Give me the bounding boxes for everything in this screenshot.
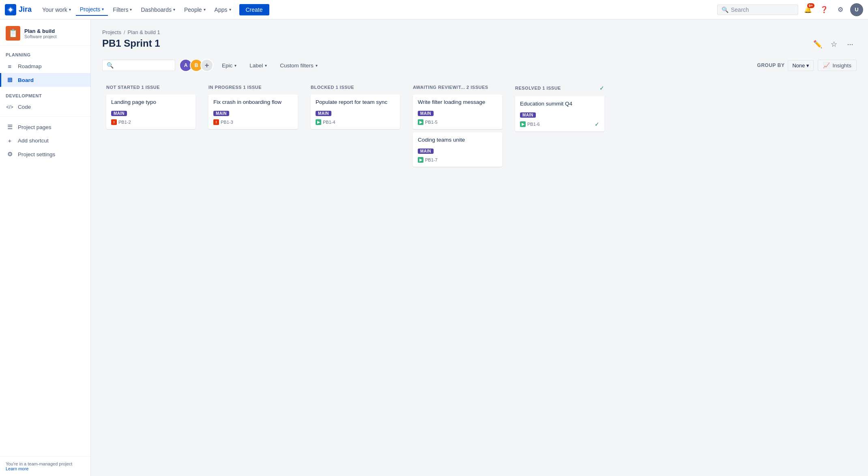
- breadcrumb: Projects / Plan & build 1: [102, 29, 857, 35]
- card-epic: MAIN: [418, 111, 434, 116]
- project-type: Software project: [24, 34, 56, 39]
- search-bar[interactable]: 🔍 Search: [717, 4, 798, 15]
- card-footer: ▶PB1-4: [316, 119, 395, 125]
- project-icon: 📋: [6, 26, 20, 41]
- card[interactable]: Write filter loading messageMAIN▶PB1-5: [413, 95, 502, 129]
- card-title: Populate report for team sync: [316, 99, 395, 106]
- breadcrumb-project[interactable]: Plan & build 1: [128, 29, 160, 35]
- card-id: !PB1-3: [213, 119, 233, 125]
- column-header: IN PROGRESS 1 ISSUE: [208, 85, 298, 90]
- user-avatar[interactable]: U: [850, 3, 863, 16]
- chevron-down-icon: ▾: [130, 7, 132, 12]
- resolved-check-icon: ✓: [595, 121, 599, 127]
- column-header: BLOCKED 1 ISSUE: [311, 85, 400, 90]
- jira-logo[interactable]: Jira: [5, 4, 32, 15]
- card-id: ▶PB1-6: [520, 121, 540, 127]
- chevron-down-icon: ▾: [204, 7, 206, 12]
- board-column-blocked: BLOCKED 1 ISSUEPopulate report for team …: [307, 80, 404, 202]
- issue-id: PB1-4: [323, 120, 335, 125]
- chevron-down-icon: ▾: [173, 7, 175, 12]
- column-title: BLOCKED 1 ISSUE: [311, 85, 354, 90]
- card-footer: !PB1-3: [213, 119, 293, 125]
- help-button[interactable]: ❓: [818, 3, 831, 16]
- notifications-button[interactable]: 🔔 9+: [801, 3, 814, 16]
- main-content: Projects / Plan & build 1 PB1 Sprint 1 ✏…: [91, 19, 868, 476]
- board-column-not-started: NOT STARTED 1 ISSUELanding page typoMAIN…: [102, 80, 200, 202]
- card-footer: ▶PB1-7: [418, 157, 497, 163]
- chevron-down-icon: ▾: [316, 63, 318, 68]
- issue-id: PB1-7: [425, 157, 438, 162]
- settings-icon: ⚙: [6, 151, 14, 158]
- card-title: Landing page typo: [111, 99, 191, 106]
- card-id: ▶PB1-5: [418, 119, 438, 125]
- card-id: ▶PB1-4: [316, 119, 335, 125]
- group-by-label: GROUP BY: [757, 62, 785, 68]
- jira-wordmark: Jira: [19, 5, 32, 14]
- nav-projects[interactable]: Projects ▾: [76, 4, 108, 16]
- bug-icon: !: [213, 119, 219, 125]
- column-header: AWAITING REVIEW/T... 2 ISSUES: [413, 85, 502, 90]
- sidebar: 📋 Plan & build Software project PLANNING…: [0, 19, 91, 476]
- nav-dashboards[interactable]: Dashboards ▾: [137, 4, 179, 15]
- edit-button[interactable]: ✏️: [811, 38, 824, 51]
- board-search-input[interactable]: [116, 62, 171, 69]
- settings-button[interactable]: ⚙: [834, 3, 847, 16]
- card[interactable]: Fix crash in onboarding flowMAIN!PB1-3: [208, 95, 298, 129]
- create-button[interactable]: Create: [239, 4, 269, 15]
- code-icon: </>: [6, 104, 14, 110]
- chevron-down-icon: ▾: [265, 63, 267, 68]
- nav-apps[interactable]: Apps ▾: [211, 4, 235, 15]
- more-button[interactable]: ···: [844, 38, 857, 51]
- column-title: NOT STARTED 1 ISSUE: [106, 85, 160, 90]
- issue-id: PB1-5: [425, 120, 438, 125]
- board-column-awaiting-review: AWAITING REVIEW/T... 2 ISSUESWrite filte…: [409, 80, 506, 202]
- pages-icon: ☰: [6, 123, 14, 131]
- story-icon: ▶: [418, 157, 423, 163]
- card[interactable]: Coding teams uniteMAIN▶PB1-7: [413, 132, 502, 167]
- board-icon: ⊞: [6, 76, 14, 84]
- nav-your-work[interactable]: Your work ▾: [38, 4, 75, 15]
- label-filter[interactable]: Label ▾: [245, 60, 271, 71]
- sidebar-item-roadmap[interactable]: ≡ Roadmap: [0, 60, 90, 73]
- card-footer: ▶PB1-6✓: [520, 121, 599, 127]
- board-search[interactable]: 🔍: [102, 60, 175, 71]
- breadcrumb-projects[interactable]: Projects: [102, 29, 121, 35]
- add-avatar-filter[interactable]: +: [200, 59, 213, 72]
- sidebar-item-add-shortcut[interactable]: + Add shortcut: [0, 134, 90, 147]
- bug-icon: !: [111, 119, 117, 125]
- group-by-control: GROUP BY None ▾: [757, 60, 814, 71]
- epic-filter[interactable]: Epic ▾: [217, 60, 241, 71]
- column-header: NOT STARTED 1 ISSUE: [106, 85, 196, 90]
- sidebar-item-code[interactable]: </> Code: [0, 101, 90, 113]
- topnav-right-actions: 🔍 Search 🔔 9+ ❓ ⚙ U: [717, 3, 863, 16]
- nav-links: Your work ▾ Projects ▾ Filters ▾ Dashboa…: [38, 4, 717, 16]
- story-icon: ▶: [316, 119, 321, 125]
- card-title: Education summit Q4: [520, 100, 599, 108]
- nav-people[interactable]: People ▾: [180, 4, 210, 15]
- search-icon: 🔍: [722, 6, 728, 13]
- card[interactable]: Education summit Q4MAIN▶PB1-6✓: [515, 96, 604, 131]
- planning-section-label: PLANNING: [0, 46, 90, 60]
- sidebar-item-project-pages[interactable]: ☰ Project pages: [0, 120, 90, 134]
- custom-filters[interactable]: Custom filters ▾: [275, 60, 322, 71]
- card-title: Coding teams unite: [418, 136, 497, 144]
- chevron-down-icon: ▾: [69, 7, 71, 12]
- star-button[interactable]: ☆: [827, 38, 840, 51]
- card-footer: !PB1-2: [111, 119, 191, 125]
- insights-button[interactable]: 📈 Insights: [818, 60, 857, 71]
- page-title: PB1 Sprint 1: [102, 38, 160, 49]
- learn-more-link[interactable]: Learn more: [6, 466, 28, 471]
- sidebar-item-project-settings[interactable]: ⚙ Project settings: [0, 147, 90, 161]
- sidebar-footer: You're in a team-managed project Learn m…: [0, 456, 90, 476]
- nav-filters[interactable]: Filters ▾: [109, 4, 136, 15]
- board-column-in-progress: IN PROGRESS 1 ISSUEFix crash in onboardi…: [204, 80, 302, 202]
- column-check-icon: ✓: [599, 85, 604, 91]
- issue-id: PB1-3: [221, 120, 233, 125]
- chevron-down-icon: ▾: [102, 7, 104, 11]
- group-by-select[interactable]: None ▾: [788, 60, 814, 71]
- card[interactable]: Populate report for team syncMAIN▶PB1-4: [311, 95, 400, 129]
- sidebar-item-board[interactable]: ⊞ Board: [0, 73, 90, 87]
- top-navigation: Jira Your work ▾ Projects ▾ Filters ▾ Da…: [0, 0, 868, 19]
- page-header: PB1 Sprint 1 ✏️ ☆ ···: [102, 38, 857, 51]
- card[interactable]: Landing page typoMAIN!PB1-2: [106, 95, 196, 129]
